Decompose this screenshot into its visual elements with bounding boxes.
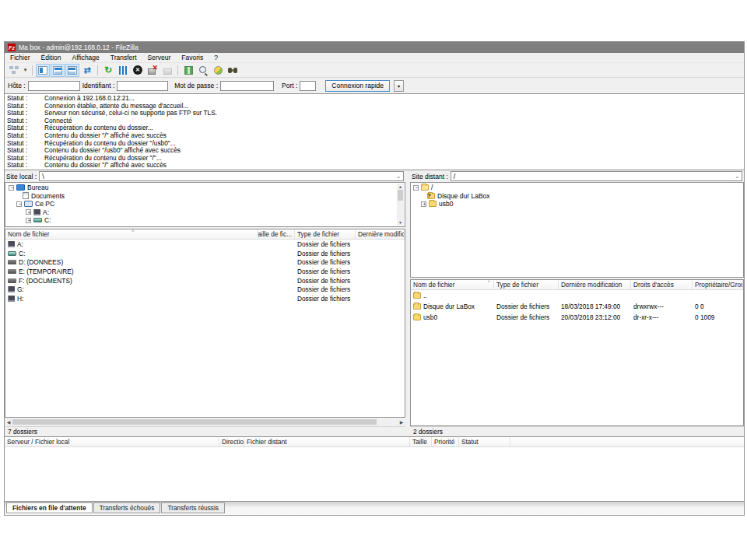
scroll-left-icon[interactable]: ◀: [5, 419, 12, 425]
column-header-type[interactable]: Type de fichier: [494, 280, 559, 289]
menu-transfert[interactable]: Transfert: [105, 54, 142, 61]
synchronized-browsing-button[interactable]: [211, 64, 225, 77]
column-header-permissions[interactable]: Droits d'accès: [631, 280, 693, 289]
column-header-size[interactable]: Taille: [410, 437, 432, 446]
column-header-name[interactable]: Nom de fichier: [411, 280, 494, 289]
column-header-name[interactable]: Nom de fichier: [5, 229, 258, 239]
directory-comparison-button[interactable]: [196, 64, 210, 77]
column-header-size[interactable]: Taille de fic...: [258, 229, 295, 239]
tree-item-usb0[interactable]: usb0: [411, 200, 743, 208]
file-row-c[interactable]: C: Dossier de fichiers: [5, 249, 405, 258]
column-header-type[interactable]: Type de fichier: [295, 229, 356, 239]
password-input[interactable]: [220, 81, 274, 91]
site-manager-dropdown[interactable]: [22, 64, 29, 77]
local-path-combo[interactable]: \: [39, 171, 404, 181]
tree-item-ce-pc[interactable]: Ce PC: [5, 200, 405, 208]
cancel-button[interactable]: [131, 64, 145, 77]
port-label: Port :: [282, 82, 297, 89]
file-row-d[interactable]: D: (DONNEES) Dossier de fichiers: [5, 257, 405, 267]
expand-icon[interactable]: [26, 209, 31, 215]
site-manager-button[interactable]: [7, 64, 21, 77]
menu-favoris[interactable]: Favoris: [176, 54, 209, 61]
file-row-usb0[interactable]: usb0 Dossier de fichiers 20/03/2018 23:1…: [411, 312, 743, 323]
folder-open-icon: [421, 184, 429, 191]
local-horizontal-scrollbar[interactable]: ◀ ▶: [5, 418, 405, 426]
toggle-remote-tree-button[interactable]: [65, 64, 79, 77]
transfer-queue-icon: [83, 66, 90, 75]
username-label: Identifiant :: [82, 82, 115, 89]
column-header-direction[interactable]: Direction: [219, 437, 244, 446]
collapse-icon[interactable]: [16, 201, 22, 207]
file-row-a[interactable]: A: Dossier de fichiers: [5, 240, 405, 249]
menu-bar: Fichier Édition Affichage Transfert Serv…: [5, 53, 744, 63]
scrollbar-thumb[interactable]: [12, 419, 377, 425]
tab-files-queued[interactable]: Fichiers en file d'attente: [6, 502, 93, 513]
filter-button[interactable]: [181, 64, 195, 77]
username-input[interactable]: [117, 81, 168, 91]
sync-browsing-icon: [214, 66, 223, 75]
chevron-down-icon[interactable]: [735, 173, 739, 180]
column-header-modified[interactable]: Dernière modificat..: [356, 229, 405, 239]
tree-item-documents[interactable]: Documents: [5, 192, 405, 201]
file-row-h[interactable]: H: Dossier de fichiers: [5, 294, 405, 303]
remote-status-bar: 2 dossiers: [410, 426, 744, 436]
removable-drive-icon: [8, 286, 15, 292]
scrollbar-thumb[interactable]: [398, 190, 403, 201]
host-input[interactable]: [28, 81, 80, 91]
remote-path-value: /: [454, 173, 455, 180]
tree-item-bureau[interactable]: Bureau: [5, 184, 405, 192]
column-header-status[interactable]: Statut: [459, 437, 510, 446]
scroll-right-icon[interactable]: ▶: [398, 419, 405, 425]
file-row-f[interactable]: F: (DOCUMENTS) Dossier de fichiers: [5, 276, 405, 285]
tree-item-drive-c[interactable]: C:: [5, 216, 405, 225]
expand-icon[interactable]: [421, 201, 426, 207]
disconnect-button[interactable]: [146, 64, 160, 77]
toggle-message-log-button[interactable]: [36, 64, 50, 77]
column-header-server-local-file[interactable]: Serveur / Fichier local: [5, 437, 219, 446]
column-header-remote-file[interactable]: Fichier distant: [244, 437, 410, 446]
menu-fichier[interactable]: Fichier: [5, 54, 36, 61]
hard-drive-icon: [8, 269, 16, 274]
chevron-down-icon[interactable]: [396, 173, 401, 180]
tree-item-label: C:: [44, 216, 51, 224]
scroll-up-icon[interactable]: ▲: [398, 184, 402, 190]
tab-successful-transfers[interactable]: Transferts réussis: [161, 502, 225, 513]
tree-item-root[interactable]: /: [411, 184, 743, 192]
filezilla-window: Fz Ma box - admin@192.168.0.12 - FileZil…: [4, 41, 745, 516]
menu-serveur[interactable]: Serveur: [142, 54, 177, 61]
column-header-priority[interactable]: Priorité: [432, 437, 459, 446]
tree-item-disque-dur-labox[interactable]: Disque dur LaBox: [411, 192, 743, 201]
expand-icon[interactable]: [26, 218, 31, 223]
remote-path-combo[interactable]: /: [451, 171, 742, 181]
find-files-button[interactable]: [226, 64, 240, 77]
file-row-e[interactable]: E: (TEMPORAIRE) Dossier de fichiers: [5, 267, 405, 276]
toolbar: [5, 63, 744, 78]
menu-help[interactable]: ?: [209, 54, 223, 61]
tree-item-drive-a[interactable]: A:: [5, 208, 405, 217]
scroll-down-icon[interactable]: ▼: [398, 219, 402, 226]
local-file-list: Nom de fichier Taille de fic... Type de …: [5, 229, 405, 418]
collapse-icon[interactable]: [413, 185, 419, 191]
tab-failed-transfers[interactable]: Transferts échoués: [93, 502, 161, 513]
local-folder-count: 7 dossiers: [8, 428, 37, 436]
port-input[interactable]: [300, 81, 316, 91]
quickconnect-button[interactable]: Connexion rapide: [325, 80, 390, 92]
toggle-queue-button[interactable]: [80, 64, 94, 77]
menu-edition[interactable]: Édition: [36, 54, 67, 61]
collapse-icon[interactable]: [9, 185, 14, 191]
toggle-local-tree-button[interactable]: [51, 64, 65, 77]
refresh-button[interactable]: [101, 64, 115, 77]
menu-affichage[interactable]: Affichage: [67, 54, 105, 61]
reconnect-button[interactable]: [160, 64, 174, 77]
local-tree-scrollbar[interactable]: ▲ ▼: [397, 184, 404, 226]
local-path-row: Site local : \: [5, 170, 405, 182]
file-row-parent[interactable]: ..: [411, 290, 743, 301]
toolbar-separator: [32, 65, 33, 75]
column-header-modified[interactable]: Dernière modification: [559, 280, 631, 289]
process-queue-button[interactable]: [116, 64, 130, 77]
remote-tree-icon: [68, 66, 77, 75]
file-row-disque-dur-labox[interactable]: Disque dur LaBox Dossier de fichiers 18/…: [411, 301, 743, 312]
quickconnect-dropdown[interactable]: [394, 80, 404, 92]
file-row-g[interactable]: G: Dossier de fichiers: [5, 285, 405, 294]
column-header-owner[interactable]: Propriétaire/Groupe: [693, 280, 743, 289]
